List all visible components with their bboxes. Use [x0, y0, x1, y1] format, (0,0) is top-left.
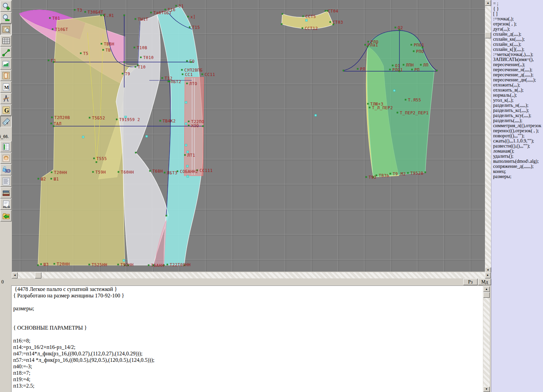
toolbar-table-button[interactable] [0, 141, 12, 152]
command-item[interactable]: сплайн_д(,,,,); [493, 32, 543, 37]
command-item[interactable]: дуга(,,,); [493, 26, 543, 32]
command-item[interactable]: пересечение_н(,,,,); [493, 67, 543, 72]
scroll-up-button[interactable]: ▲ [485, 0, 491, 6]
svg-text:ЛБТ2: ЛБТ2 [171, 79, 181, 84]
svg-text:Ш3: Ш3 [43, 262, 49, 267]
zoom-out-icon [2, 14, 11, 22]
arrow-left-icon: ◄ [14, 274, 16, 277]
command-item[interactable]: сплайн_к(,,,,); [493, 42, 543, 47]
code-line: { Разработано на размер женщины 170-92-1… [12, 292, 483, 299]
command-item[interactable]: нормаль(,,); [493, 93, 543, 98]
toolbar-image-button[interactable] [0, 58, 12, 70]
toolbar-piece-button[interactable] [0, 70, 12, 81]
toolbar-books-button[interactable] [0, 187, 12, 198]
vertical-scroll-thumb[interactable] [485, 32, 491, 38]
md-mode-button[interactable]: Мд [478, 279, 491, 285]
code-line [12, 331, 483, 337]
command-item[interactable]: перенос((),отрезок( , ); [493, 128, 543, 133]
command-item[interactable]: разделить_ксу(,,,,); [493, 113, 543, 118]
command-item[interactable]: [ ] [493, 11, 543, 16]
command-item[interactable]: { } [493, 6, 543, 11]
toolbar-algdoc-button[interactable]: ALG [0, 199, 12, 210]
command-item[interactable]: ломаная(); [493, 149, 543, 154]
code-line [12, 312, 483, 318]
command-item[interactable]: угол_к(,,); [493, 98, 543, 103]
command-item[interactable]: ЗАПИСАТЬ(имя=(), [493, 57, 543, 62]
svg-text:Т01: Т01 [52, 16, 60, 21]
command-item[interactable]: разделить(,,,,); [493, 118, 543, 123]
arrow-down-icon: ▼ [485, 388, 488, 391]
code-line: п47:=п14*л_фнк(рз_16,((80,0.27),(112,0.2… [12, 350, 483, 357]
command-item[interactable]: разделить_н(,,,,,); [493, 103, 543, 108]
toolbar-threed-button[interactable]: 3D [0, 164, 12, 175]
scroll-down-button[interactable]: ▼ [483, 387, 490, 392]
command-item[interactable]: пересечение_дн(,,,,,); [493, 77, 543, 82]
editor-scroll-thumb[interactable] [483, 292, 490, 298]
command-item[interactable]: = ; [493, 1, 543, 6]
toolbar-zoom-in-button[interactable] [0, 1, 12, 12]
command-item[interactable]: сопряжение_д(,,,,,,); [493, 164, 543, 169]
canvas-horizontal-scrollbar[interactable]: ◄ ► [12, 272, 491, 278]
books-icon [2, 189, 11, 197]
image-icon [2, 60, 11, 68]
command-item[interactable]: поворот((),,,""); [493, 133, 543, 138]
command-item[interactable]: развести((),(),,,""); [493, 143, 543, 149]
toolbar-portrait-button[interactable] [0, 153, 12, 164]
algorithm-editor[interactable]: {4478 Легкое пальто с супатной застежкой… [11, 286, 483, 392]
scroll-up-button[interactable]: ▲ [483, 287, 490, 292]
svg-text:Т952В: Т952В [410, 171, 424, 176]
toolbar-gdoc-button[interactable]: G [0, 104, 12, 116]
toolbar-drafting-button[interactable] [0, 93, 12, 104]
svg-text:СОБАНН2: СОБАНН2 [180, 169, 198, 174]
editor-vertical-scrollbar[interactable]: ▲ ▼ [483, 287, 490, 392]
command-item[interactable]: отрезок( , ); [493, 21, 543, 26]
svg-text:Т10В: Т10В [137, 45, 147, 50]
command-item[interactable]: отложить_в(,,); [493, 87, 543, 93]
toolbar-mdoc-button[interactable]: M [0, 81, 12, 93]
canvas-vertical-scrollbar[interactable]: ▲ ▼ [485, 0, 491, 273]
command-item[interactable]: конец; [493, 169, 543, 174]
svg-text:РЛа1: РЛа1 [368, 43, 378, 47]
command-item[interactable]: выполнить(dmod\.alg); [493, 159, 543, 164]
command-item[interactable]: сжать((),,,1.1,0.9,""); [493, 138, 543, 143]
command-item[interactable]: отложить(,,,); [493, 82, 543, 87]
toolbar-preview-button[interactable] [0, 24, 12, 35]
svg-text:ТАЛ: ТАЛ [54, 121, 61, 126]
pattern-drawing-svg: Т3Т30Б4ТТ.Я1Т01Т10БТТВВНТВТ5Г1Т9Т10ВТ010… [12, 0, 485, 272]
command-item[interactable]: разделить_кс(,,,,); [493, 108, 543, 113]
toolbar-segment-button[interactable] [0, 47, 12, 58]
svg-text:РП: РП [414, 67, 419, 72]
scroll-left-button[interactable]: ◄ [12, 272, 18, 278]
command-item[interactable]: удалить(); [493, 154, 543, 159]
command-item[interactable]: сплайн_кк(,,,,,); [493, 37, 543, 42]
command-item[interactable]: симметрия_л((),отрезок [493, 123, 543, 128]
command-item[interactable]: пересечение_д(,,,,,); [493, 72, 543, 77]
toolbar-textlist-button[interactable] [0, 176, 12, 187]
toolbar-exit-button[interactable] [0, 210, 12, 221]
status-bar: 0 Рз Мд [0, 279, 491, 286]
horizontal-scroll-thumb[interactable] [35, 272, 41, 278]
command-item[interactable]: размеры; [493, 174, 543, 179]
code-line: {4478 Легкое пальто с супатной застежкой… [12, 286, 483, 292]
svg-text:ЛПН: ЛПН [406, 63, 414, 67]
code-line [12, 299, 483, 305]
toolbar-zoom-out-button[interactable] [0, 12, 12, 23]
command-item[interactable]: :=метка(точка(,),,,,); [493, 52, 543, 57]
algdoc-icon: ALG [2, 200, 11, 209]
code-line: п16:=8; [12, 337, 483, 344]
command-item[interactable]: :=точка(,); [493, 16, 543, 21]
svg-text:Т9 М2: Т9 М2 [393, 172, 406, 176]
pattern-drawing-canvas[interactable]: Т3Т30Б4ТТ.Я1Т01Т10БТТВВНТВТ5Г1Т9Т10ВТ010… [12, 0, 485, 272]
toolbar-ruler-button[interactable]: 8 [0, 116, 12, 127]
svg-text:Ш2: Ш2 [41, 177, 46, 181]
svg-text:M: M [4, 84, 9, 90]
cad-application-window: MG83DALGi_66. Т3Т30Б4ТТ.Я1Т01Т10БТТВВНТВ… [0, 0, 543, 392]
scroll-right-button[interactable]: ► [485, 272, 491, 278]
svg-text:Т30Б4Т: Т30Б4Т [88, 10, 103, 15]
code-line: п40:=-3; [12, 363, 483, 370]
svg-text:Т.Я55: Т.Я55 [408, 98, 421, 102]
rz-mode-button[interactable]: Рз [463, 279, 478, 285]
toolbar-grid-button[interactable] [0, 35, 12, 46]
command-item[interactable]: пересечение(,,); [493, 62, 543, 67]
command-item[interactable]: сплайн_к[](,,,,); [493, 47, 543, 52]
